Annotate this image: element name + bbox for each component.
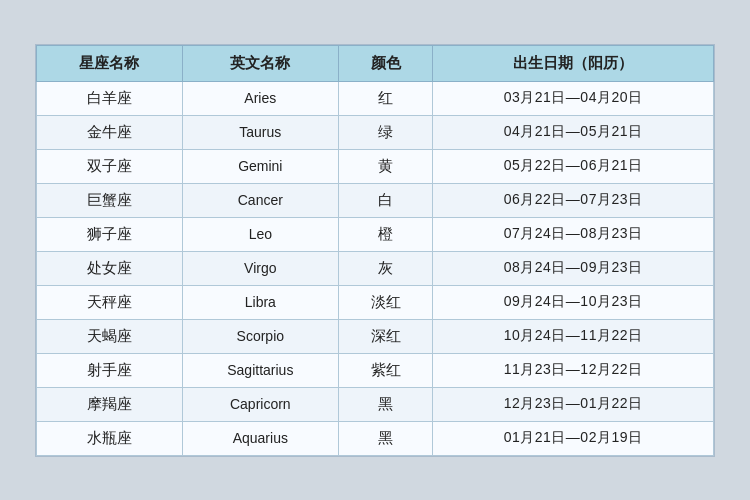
table-row: 巨蟹座Cancer白06月22日—07月23日	[37, 183, 714, 217]
cell-chinese-name: 射手座	[37, 353, 183, 387]
table-row: 狮子座Leo橙07月24日—08月23日	[37, 217, 714, 251]
table-row: 处女座Virgo灰08月24日—09月23日	[37, 251, 714, 285]
cell-color: 白	[338, 183, 432, 217]
cell-chinese-name: 双子座	[37, 149, 183, 183]
cell-chinese-name: 水瓶座	[37, 421, 183, 455]
cell-english-name: Scorpio	[182, 319, 338, 353]
cell-chinese-name: 处女座	[37, 251, 183, 285]
cell-birthdate: 04月21日—05月21日	[433, 115, 714, 149]
cell-birthdate: 11月23日—12月22日	[433, 353, 714, 387]
cell-chinese-name: 天蝎座	[37, 319, 183, 353]
cell-color: 橙	[338, 217, 432, 251]
cell-color: 黄	[338, 149, 432, 183]
cell-chinese-name: 摩羯座	[37, 387, 183, 421]
cell-english-name: Taurus	[182, 115, 338, 149]
cell-birthdate: 08月24日—09月23日	[433, 251, 714, 285]
cell-birthdate: 03月21日—04月20日	[433, 81, 714, 115]
table-row: 双子座Gemini黄05月22日—06月21日	[37, 149, 714, 183]
cell-english-name: Capricorn	[182, 387, 338, 421]
table-row: 天秤座Libra淡红09月24日—10月23日	[37, 285, 714, 319]
cell-chinese-name: 狮子座	[37, 217, 183, 251]
cell-english-name: Aries	[182, 81, 338, 115]
cell-color: 黑	[338, 387, 432, 421]
cell-english-name: Aquarius	[182, 421, 338, 455]
cell-birthdate: 07月24日—08月23日	[433, 217, 714, 251]
zodiac-table-container: 星座名称 英文名称 颜色 出生日期（阳历） 白羊座Aries红03月21日—04…	[35, 44, 715, 457]
table-header-row: 星座名称 英文名称 颜色 出生日期（阳历）	[37, 45, 714, 81]
cell-chinese-name: 白羊座	[37, 81, 183, 115]
cell-english-name: Virgo	[182, 251, 338, 285]
header-birthdate: 出生日期（阳历）	[433, 45, 714, 81]
cell-birthdate: 09月24日—10月23日	[433, 285, 714, 319]
cell-birthdate: 01月21日—02月19日	[433, 421, 714, 455]
cell-birthdate: 05月22日—06月21日	[433, 149, 714, 183]
cell-color: 深红	[338, 319, 432, 353]
header-color: 颜色	[338, 45, 432, 81]
cell-color: 淡红	[338, 285, 432, 319]
cell-english-name: Gemini	[182, 149, 338, 183]
cell-birthdate: 06月22日—07月23日	[433, 183, 714, 217]
table-row: 金牛座Taurus绿04月21日—05月21日	[37, 115, 714, 149]
cell-chinese-name: 金牛座	[37, 115, 183, 149]
cell-english-name: Sagittarius	[182, 353, 338, 387]
table-row: 射手座Sagittarius紫红11月23日—12月22日	[37, 353, 714, 387]
table-row: 水瓶座Aquarius黑01月21日—02月19日	[37, 421, 714, 455]
table-row: 天蝎座Scorpio深红10月24日—11月22日	[37, 319, 714, 353]
header-english-name: 英文名称	[182, 45, 338, 81]
table-row: 白羊座Aries红03月21日—04月20日	[37, 81, 714, 115]
cell-color: 绿	[338, 115, 432, 149]
cell-color: 黑	[338, 421, 432, 455]
cell-color: 红	[338, 81, 432, 115]
cell-english-name: Cancer	[182, 183, 338, 217]
cell-color: 灰	[338, 251, 432, 285]
header-chinese-name: 星座名称	[37, 45, 183, 81]
cell-english-name: Leo	[182, 217, 338, 251]
cell-chinese-name: 天秤座	[37, 285, 183, 319]
cell-chinese-name: 巨蟹座	[37, 183, 183, 217]
cell-birthdate: 10月24日—11月22日	[433, 319, 714, 353]
cell-color: 紫红	[338, 353, 432, 387]
zodiac-table: 星座名称 英文名称 颜色 出生日期（阳历） 白羊座Aries红03月21日—04…	[36, 45, 714, 456]
table-row: 摩羯座Capricorn黑12月23日—01月22日	[37, 387, 714, 421]
table-body: 白羊座Aries红03月21日—04月20日金牛座Taurus绿04月21日—0…	[37, 81, 714, 455]
cell-birthdate: 12月23日—01月22日	[433, 387, 714, 421]
cell-english-name: Libra	[182, 285, 338, 319]
